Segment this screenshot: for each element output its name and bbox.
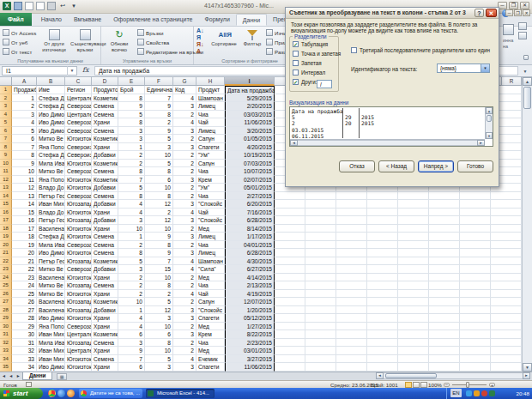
cell[interactable]: Лимец bbox=[196, 249, 225, 257]
cell[interactable]: Семена bbox=[92, 127, 118, 136]
tray-icon-1[interactable] bbox=[466, 390, 472, 396]
row-header-9[interactable]: 9 bbox=[0, 151, 12, 160]
cell[interactable]: Добавки bbox=[92, 151, 118, 160]
cell[interactable]: Иван Мих bbox=[37, 347, 65, 355]
cell[interactable]: 2 bbox=[145, 118, 173, 127]
cell[interactable]: 3 bbox=[145, 143, 173, 152]
cell[interactable]: 7 bbox=[118, 355, 145, 364]
cell[interactable]: Храни bbox=[92, 363, 118, 372]
row-header-4[interactable]: 4 bbox=[0, 111, 12, 119]
row-header-17[interactable]: 17 bbox=[0, 216, 12, 225]
cell[interactable]: Централе bbox=[65, 330, 92, 339]
cell[interactable]: Семена bbox=[92, 355, 118, 364]
other-delimiter-input[interactable] bbox=[317, 80, 332, 88]
cell[interactable]: Иво Димо bbox=[37, 363, 65, 372]
cell[interactable]: 5 bbox=[12, 127, 37, 136]
vertical-scrollbar[interactable]: ▲ ▼ bbox=[522, 77, 532, 372]
cell[interactable]: 1/17/2015 bbox=[225, 233, 275, 241]
cell[interactable]: 3 bbox=[118, 127, 145, 136]
cell[interactable]: 9 bbox=[145, 127, 173, 136]
column-header-i[interactable]: I bbox=[225, 77, 275, 86]
cell[interactable]: 30 bbox=[12, 330, 37, 339]
cell[interactable]: Иван Мих bbox=[37, 200, 65, 209]
row-header-27[interactable]: 27 bbox=[0, 298, 12, 306]
cell[interactable]: Семена bbox=[92, 249, 118, 257]
cell[interactable]: 8 bbox=[145, 111, 173, 119]
cell[interactable]: 9 bbox=[145, 102, 173, 111]
cell[interactable]: Храни bbox=[92, 290, 118, 299]
cell[interactable]: Североиз bbox=[65, 143, 92, 152]
cell[interactable]: 4 bbox=[173, 290, 196, 299]
row-header-29[interactable]: 29 bbox=[0, 314, 12, 323]
cell[interactable]: 2 bbox=[173, 281, 196, 290]
cell[interactable]: Сапун bbox=[196, 298, 225, 306]
cell[interactable]: Василена bbox=[37, 274, 65, 282]
checkbox-icon[interactable] bbox=[293, 79, 299, 85]
cell[interactable]: 10 bbox=[145, 151, 173, 160]
cell[interactable]: Иван Мих bbox=[37, 355, 65, 364]
insert-sheet-icon[interactable]: ▦ bbox=[57, 373, 67, 380]
cell[interactable]: 3 bbox=[118, 135, 145, 143]
cell[interactable]: Козметик bbox=[92, 257, 118, 266]
cell[interactable]: 3 bbox=[173, 330, 196, 339]
cell[interactable]: Мед bbox=[196, 274, 225, 282]
cell[interactable]: 10 bbox=[118, 225, 145, 233]
qat-customize-icon[interactable]: ▾ bbox=[70, 2, 78, 10]
normal-view-icon[interactable] bbox=[405, 382, 412, 388]
cell[interactable]: 6/28/2015 bbox=[225, 249, 275, 257]
cell[interactable]: 10 bbox=[145, 323, 173, 331]
cell[interactable]: Спагети bbox=[196, 143, 225, 152]
preview-vertical-scrollbar[interactable]: ▲ ▼ bbox=[485, 107, 493, 139]
preview-scroll-left-icon[interactable]: ◄ bbox=[290, 140, 298, 146]
tab-file[interactable]: Файл bbox=[0, 13, 32, 26]
cell[interactable]: 7 bbox=[12, 143, 37, 152]
cell[interactable]: 16 bbox=[12, 216, 37, 225]
cell[interactable]: 8 bbox=[145, 192, 173, 201]
cell[interactable]: Козметик bbox=[92, 176, 118, 184]
cell[interactable]: 2 bbox=[118, 290, 145, 299]
cell[interactable]: 3 bbox=[145, 314, 173, 323]
cell[interactable]: 2/20/2015 bbox=[225, 102, 275, 111]
cell[interactable]: Семена bbox=[92, 192, 118, 201]
cell[interactable]: Североиз bbox=[65, 151, 92, 160]
cell[interactable]: 4/20/2015 bbox=[225, 143, 275, 152]
cell[interactable]: Шампоан bbox=[196, 94, 225, 103]
column-header-h[interactable]: H bbox=[196, 77, 225, 86]
cell[interactable]: Крем bbox=[196, 330, 225, 339]
cell[interactable]: 2 bbox=[173, 298, 196, 306]
cell[interactable]: 6 bbox=[12, 135, 37, 143]
column-header-r[interactable]: R bbox=[501, 77, 522, 86]
cell[interactable]: 22 bbox=[12, 265, 37, 274]
cancel-button[interactable]: Отказ bbox=[339, 160, 375, 172]
row-header-32[interactable]: 32 bbox=[0, 339, 12, 348]
cell[interactable]: 28 bbox=[12, 314, 37, 323]
cell[interactable]: Североза bbox=[65, 167, 92, 176]
tray-icon-4[interactable] bbox=[489, 390, 495, 396]
cell[interactable]: 5/29/2015 bbox=[225, 94, 275, 103]
cell[interactable]: Продукт bbox=[196, 86, 225, 94]
row-header-33[interactable]: 33 bbox=[0, 347, 12, 355]
cell[interactable]: 8 bbox=[145, 167, 173, 176]
scroll-right-icon[interactable]: ► bbox=[523, 372, 530, 379]
cell[interactable]: Иво Димо bbox=[37, 118, 65, 127]
cell[interactable]: 7 bbox=[118, 176, 145, 184]
cell[interactable]: Иво Димо bbox=[37, 249, 65, 257]
save-icon[interactable] bbox=[14, 2, 22, 10]
cell[interactable]: Югоизток bbox=[65, 176, 92, 184]
cell[interactable]: 3 bbox=[173, 200, 196, 209]
text-qualifier-select[interactable]: {няма} ▼ bbox=[437, 63, 490, 73]
cell[interactable]: Североза bbox=[65, 323, 92, 331]
cell[interactable]: 3 bbox=[118, 216, 145, 225]
cell[interactable]: Яна Попо bbox=[37, 323, 65, 331]
cell[interactable]: 3 bbox=[118, 265, 145, 274]
cell[interactable]: 01/05/2015 bbox=[225, 135, 275, 143]
cell[interactable]: 8 bbox=[118, 167, 145, 176]
cell[interactable]: 2 bbox=[118, 160, 145, 168]
cell[interactable]: Митко Ве bbox=[37, 265, 65, 274]
cell[interactable]: 2 bbox=[173, 192, 196, 201]
finish-button[interactable]: Готово bbox=[457, 160, 493, 172]
cell[interactable]: Централе bbox=[65, 111, 92, 119]
cell[interactable]: 2 bbox=[173, 225, 196, 233]
scroll-left-icon[interactable]: ◄ bbox=[376, 372, 384, 379]
sort-za-button[interactable]: Я↓А bbox=[196, 44, 204, 52]
